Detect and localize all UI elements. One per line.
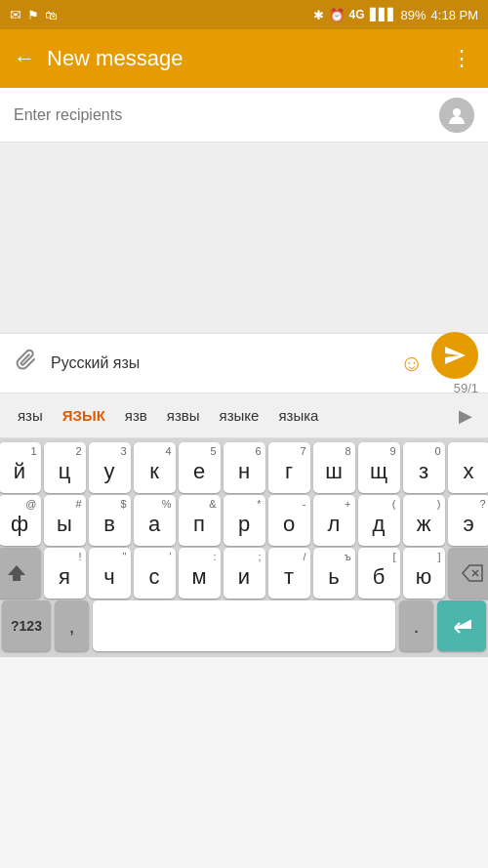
- key-ж[interactable]: )ж: [403, 495, 445, 546]
- status-right: ✱ ⏰ 4G ▋▋▋ 89% 4:18 PM: [313, 8, 478, 22]
- more-options-button[interactable]: ⋮: [451, 46, 474, 71]
- key-х[interactable]: х: [448, 442, 489, 493]
- keyboard: 1й 2ц 3у 4к 5е 6н 7г 8ш 9щ 0з х @ф #ы $в…: [0, 438, 488, 657]
- key-н[interactable]: 6н: [224, 442, 265, 493]
- key-п[interactable]: &п: [179, 495, 221, 546]
- key-ш[interactable]: 8ш: [313, 442, 355, 493]
- key-о[interactable]: -о: [268, 495, 310, 546]
- mail-icon: ✉: [10, 7, 21, 22]
- keyboard-row-1: 1й 2ц 3у 4к 5е 6н 7г 8ш 9щ 0з х: [2, 442, 486, 493]
- signal-4g: 4G: [349, 8, 365, 21]
- key-м[interactable]: :м: [179, 548, 221, 599]
- svg-point-0: [453, 108, 461, 116]
- alarm-icon: ⏰: [329, 8, 345, 22]
- autocomplete-word-4[interactable]: языке: [210, 401, 269, 430]
- key-л[interactable]: +л: [313, 495, 355, 546]
- autocomplete-expand-button[interactable]: ▶: [451, 399, 480, 433]
- key-г[interactable]: 7г: [268, 442, 310, 493]
- page-title: New message: [47, 46, 183, 71]
- key-з[interactable]: 0з: [403, 442, 445, 493]
- app-bar: ← New message ⋮: [0, 29, 488, 88]
- keyboard-bottom-row: ?123 , .: [2, 600, 486, 651]
- contacts-button[interactable]: [439, 98, 474, 133]
- dot-key[interactable]: .: [399, 600, 433, 651]
- autocomplete-word-3[interactable]: язвы: [157, 401, 210, 430]
- status-icons: ✉ ⚑ 🛍: [10, 7, 58, 22]
- recipients-bar: [0, 88, 488, 143]
- message-area[interactable]: [0, 143, 488, 333]
- status-bar: ✉ ⚑ 🛍 ✱ ⏰ 4G ▋▋▋ 89% 4:18 PM: [0, 0, 488, 29]
- key-ю[interactable]: ]ю: [403, 548, 445, 599]
- key-д[interactable]: (д: [358, 495, 400, 546]
- key-й[interactable]: 1й: [0, 442, 41, 493]
- key-т[interactable]: /т: [268, 548, 310, 599]
- backspace-key[interactable]: [448, 548, 489, 599]
- key-с[interactable]: 'с: [134, 548, 176, 599]
- message-counter: 59/1: [431, 332, 478, 395]
- bag-icon: 🛍: [45, 8, 58, 22]
- key-ы[interactable]: #ы: [44, 495, 86, 546]
- key-ц[interactable]: 2ц: [44, 442, 86, 493]
- time-display: 4:18 PM: [431, 8, 478, 22]
- compose-bar: Русский язы ☺ 59/1: [0, 333, 488, 393]
- key-ь[interactable]: ъь: [313, 548, 355, 599]
- key-е[interactable]: 5е: [179, 442, 221, 493]
- flag-icon: ⚑: [27, 8, 39, 22]
- enter-key[interactable]: [437, 600, 486, 651]
- signal-bars: ▋▋▋: [370, 8, 396, 21]
- key-р[interactable]: *р: [224, 495, 265, 546]
- key-щ[interactable]: 9щ: [358, 442, 400, 493]
- key-и[interactable]: ;и: [224, 548, 265, 599]
- compose-text: Русский язы: [51, 354, 391, 372]
- autocomplete-word-2[interactable]: язв: [115, 401, 157, 430]
- key-ч[interactable]: "ч: [89, 548, 131, 599]
- key-в[interactable]: $в: [89, 495, 131, 546]
- num-key[interactable]: ?123: [2, 600, 51, 651]
- space-key[interactable]: [93, 600, 395, 651]
- key-б[interactable]: [б: [358, 548, 400, 599]
- key-я[interactable]: !я: [44, 548, 86, 599]
- key-к[interactable]: 4к: [134, 442, 176, 493]
- send-button[interactable]: [431, 332, 478, 379]
- autocomplete-word-0[interactable]: язы: [8, 401, 53, 430]
- autocomplete-word-5[interactable]: языка: [268, 401, 328, 430]
- shift-key[interactable]: [0, 548, 41, 599]
- keyboard-row-3: !я "ч 'с :м ;и /т ъь [б ]ю: [2, 548, 486, 599]
- app-bar-left: ← New message: [14, 46, 183, 71]
- battery-text: 89%: [401, 8, 427, 22]
- key-э[interactable]: ?э: [448, 495, 489, 546]
- autocomplete-bar: язы ЯЗЫК язв язвы языке языка ▶: [0, 393, 488, 438]
- autocomplete-word-1[interactable]: ЯЗЫК: [53, 401, 115, 430]
- counter-text: 59/1: [454, 381, 478, 395]
- emoji-button[interactable]: ☺: [399, 350, 424, 377]
- keyboard-row-2: @ф #ы $в %а &п *р -о +л (д )ж ?э: [2, 495, 486, 546]
- key-ф[interactable]: @ф: [0, 495, 41, 546]
- recipients-input[interactable]: [14, 106, 439, 124]
- back-button[interactable]: ←: [14, 46, 35, 71]
- bluetooth-icon: ✱: [313, 8, 324, 22]
- key-у[interactable]: 3у: [89, 442, 131, 493]
- key-а[interactable]: %а: [134, 495, 176, 546]
- attach-button[interactable]: [10, 344, 43, 383]
- comma-key[interactable]: ,: [55, 600, 89, 651]
